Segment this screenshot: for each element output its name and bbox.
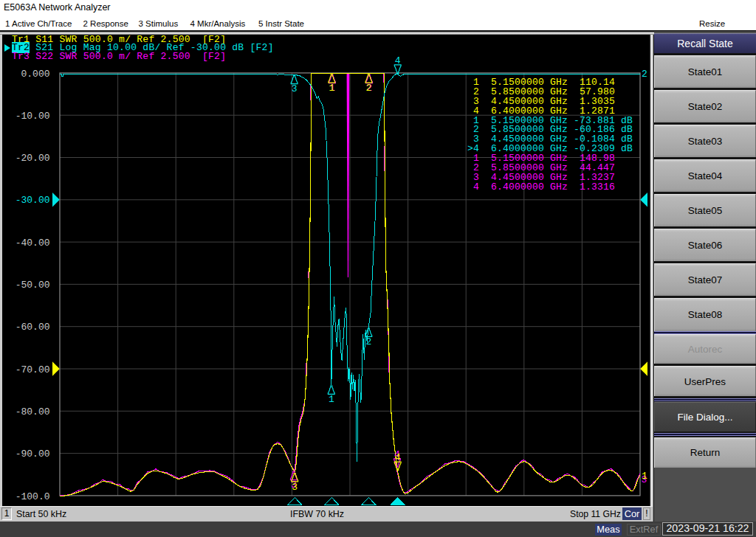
svg-text:2: 2	[365, 336, 371, 347]
svg-text:2: 2	[365, 83, 371, 94]
svg-text:2: 2	[642, 69, 647, 80]
svg-text:-40.00: -40.00	[16, 238, 50, 249]
svg-text:1: 1	[329, 394, 334, 405]
svg-text:-80.00: -80.00	[16, 406, 50, 418]
svg-text:4: 4	[395, 452, 401, 463]
svg-text:1: 1	[329, 83, 334, 94]
svg-text:-30.00: -30.00	[16, 195, 50, 206]
svg-text:-10.00: -10.00	[16, 111, 50, 122]
svg-text:-60.00: -60.00	[16, 322, 50, 333]
svg-text:-70.00: -70.00	[16, 364, 50, 375]
svg-text:-90.00: -90.00	[16, 448, 50, 460]
svg-text:4: 4	[395, 55, 401, 66]
svg-text:-50.00: -50.00	[16, 280, 50, 291]
svg-text:1: 1	[642, 471, 647, 482]
svg-text:-20.00: -20.00	[16, 153, 50, 164]
svg-text:3: 3	[292, 83, 298, 94]
svg-text:3: 3	[292, 482, 298, 493]
svg-text:0.000: 0.000	[21, 69, 49, 80]
svg-text:-100.0: -100.0	[16, 491, 50, 502]
svg-text:4 6.4000000 GHz 1.3316: 4 6.4000000 GHz 1.3316	[467, 181, 615, 193]
